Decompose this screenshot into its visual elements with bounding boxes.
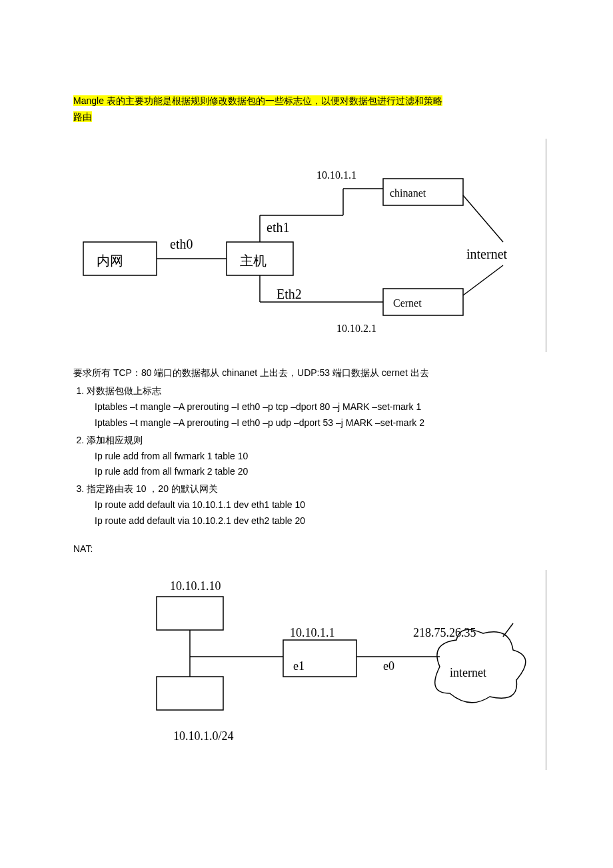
diagram-1: .hw { font-family: "Comic Sans MS", "Seg…: [77, 139, 543, 352]
intro-paragraph: Mangle 表的主要功能是根据规则修改数据包的一些标志位，以便对数据包进行过滤…: [73, 93, 546, 125]
diagram-1-container: .hw { font-family: "Comic Sans MS", "Seg…: [73, 139, 546, 352]
document-page: Mangle 表的主要功能是根据规则修改数据包的一些标志位，以便对数据包进行过滤…: [0, 0, 613, 810]
internet-label-2: internet: [450, 666, 486, 679]
diagram-2: .hw2 { font-family: "Comic Sans MS", "Se…: [77, 570, 543, 770]
step-1-cmd-1: Iptables –t mangle –A prerouting –I eth0…: [95, 399, 546, 415]
eth2-label: Eth2: [277, 287, 302, 301]
steps-list: 对数据包做上标志 Iptables –t mangle –A preroutin…: [73, 383, 546, 529]
step-1: 对数据包做上标志 Iptables –t mangle –A preroutin…: [87, 383, 546, 431]
ip1-label: 10.10.1.1: [316, 169, 356, 181]
e1-label: e1: [293, 659, 305, 673]
diagram-2-container: .hw2 { font-family: "Comic Sans MS", "Se…: [73, 570, 546, 770]
svg-rect-14: [157, 597, 223, 630]
ip2-label: 10.10.2.1: [336, 323, 376, 334]
step-2-cmd-2: Ip rule add from all fwmark 2 table 20: [95, 464, 546, 480]
step-2-cmd-1: Ip rule add from all fwmark 1 table 10: [95, 449, 546, 465]
step-3-cmd-1: Ip route add default via 10.10.1.1 dev e…: [95, 497, 546, 513]
svg-line-12: [463, 195, 503, 242]
step-2: 添加相应规则 Ip rule add from all fwmark 1 tab…: [87, 433, 546, 480]
chinanet-label: chinanet: [390, 187, 426, 199]
step-3-title: 指定路由表 10 ，20 的默认网关: [87, 483, 218, 494]
ext-ip-label: 218.75.26.35: [413, 626, 476, 639]
subnet-label: 10.10.1.0/24: [173, 729, 234, 743]
e0-label: e0: [383, 659, 394, 673]
step-1-title: 对数据包做上标志: [87, 385, 161, 396]
step-2-title: 添加相应规则: [87, 435, 143, 445]
highlight-line-2: 路由: [73, 111, 92, 122]
ip-top-label: 10.10.1.10: [170, 579, 221, 593]
cernet-label: Cernet: [393, 297, 422, 309]
svg-line-13: [463, 265, 503, 295]
lan-label: 内网: [97, 253, 123, 268]
svg-line-21: [503, 623, 513, 637]
ip-mid-label: 10.10.1.1: [290, 626, 335, 639]
step-3: 指定路由表 10 ，20 的默认网关 Ip route add default …: [87, 481, 546, 529]
highlight-line-1: Mangle 表的主要功能是根据规则修改数据包的一些标志位，以便对数据包进行过滤…: [73, 95, 442, 106]
step-1-cmd-2: Iptables –t mangle –A prerouting –I eth0…: [95, 415, 546, 431]
svg-rect-15: [157, 677, 223, 710]
eth1-label: eth1: [267, 220, 289, 235]
requirement-text: 要求所有 TCP：80 端口的数据都从 chinanet 上出去，UDP:53 …: [73, 365, 546, 381]
host-label: 主机: [240, 253, 267, 268]
internet-label-1: internet: [466, 247, 508, 261]
step-3-cmd-2: Ip route add default via 10.10.2.1 dev e…: [95, 513, 546, 529]
eth0-label: eth0: [170, 237, 193, 251]
nat-heading: NAT:: [73, 541, 546, 557]
